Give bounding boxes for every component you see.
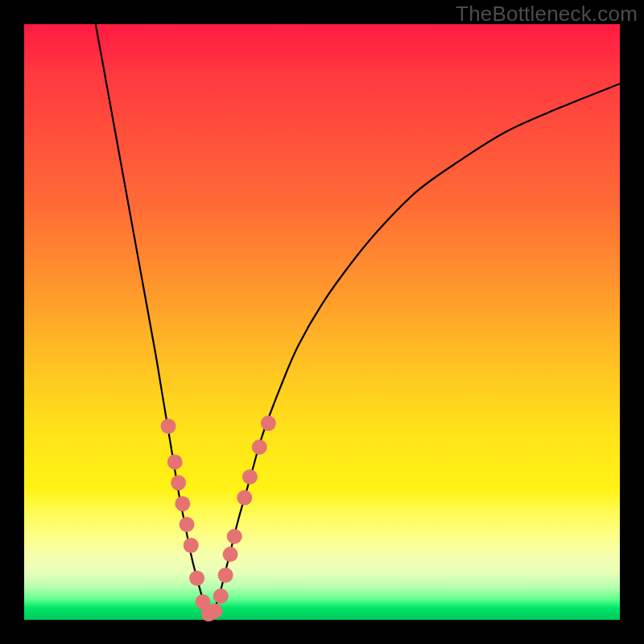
marker-dot	[184, 538, 199, 553]
watermark-text: TheBottleneck.com	[456, 2, 638, 27]
marker-dot	[218, 568, 233, 583]
marker-dot	[261, 415, 276, 431]
marker-dot	[207, 603, 222, 618]
plot-area	[24, 24, 620, 620]
marker-dot	[252, 440, 267, 455]
marker-dot	[189, 571, 204, 586]
marker-dot	[227, 529, 242, 544]
curve-svg	[24, 24, 620, 620]
marker-dot	[180, 517, 195, 532]
highlight-markers	[161, 415, 276, 621]
curve-right-branch	[208, 84, 620, 614]
marker-dot	[223, 547, 238, 562]
marker-dot	[161, 419, 176, 434]
marker-dot	[213, 588, 229, 604]
marker-dot	[171, 475, 186, 490]
marker-dot	[242, 469, 258, 485]
marker-dot	[237, 490, 252, 506]
marker-dot	[167, 454, 183, 469]
marker-dot	[175, 496, 190, 511]
chart-frame: TheBottleneck.com	[0, 0, 644, 644]
